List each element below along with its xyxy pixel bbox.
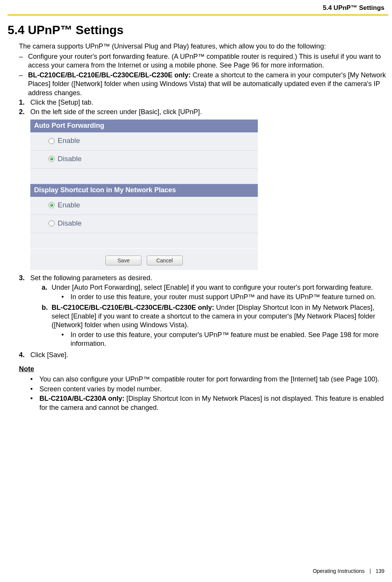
feature-item: – BL-C210CE/BL-C210E/BL-C230CE/BL-C230E … bbox=[19, 71, 388, 97]
step-1: 1. Click the [Setup] tab. bbox=[19, 98, 388, 107]
substep-a-body: Under [Auto Port Forwarding], select [En… bbox=[52, 283, 388, 303]
header-section-label: 5.4 UPnP™ Settings bbox=[8, 4, 388, 12]
step-text: Set the following parameters as desired. bbox=[30, 274, 152, 282]
step-marker: 1. bbox=[19, 98, 30, 107]
footer-page-number: 139 bbox=[376, 568, 384, 574]
note-text: Screen content varies by model number. bbox=[39, 385, 162, 394]
radio-label: Disable bbox=[58, 154, 82, 164]
step-2: 2. On the left side of the screen under … bbox=[19, 108, 388, 116]
display-shortcut-enable-radio[interactable]: Enable bbox=[49, 201, 80, 210]
substep-text: Under [Auto Port Forwarding], select [En… bbox=[52, 284, 373, 291]
panel-header-auto-port-forwarding: Auto Port Forwarding bbox=[30, 119, 258, 132]
substep-b: b. BL-C210CE/BL-C210E/BL-C230CE/BL-C230E… bbox=[42, 303, 388, 349]
dash-marker: – bbox=[19, 71, 28, 80]
step-marker: 4. bbox=[19, 351, 30, 359]
upnp-settings-panel: Auto Port Forwarding Enable Disable Disp bbox=[30, 119, 258, 270]
cancel-button[interactable]: Cancel bbox=[147, 256, 183, 265]
feature-item-text: BL-C210CE/BL-C210E/BL-C230CE/BL-C230E on… bbox=[28, 71, 388, 97]
substep-bold: BL-C210CE/BL-C210E/BL-C230CE/BL-C230E on… bbox=[52, 304, 214, 311]
note-item: • BL-C210A/BL-C230A only: [Display Short… bbox=[30, 394, 388, 412]
sub-bullet-list: • In order to use this feature, your rou… bbox=[61, 293, 388, 301]
footer-separator bbox=[370, 569, 370, 574]
step-3-body: Set the following parameters as desired.… bbox=[30, 274, 388, 350]
display-shortcut-disable-radio[interactable]: Disable bbox=[49, 219, 82, 228]
substep-text: BL-C210CE/BL-C210E/BL-C230CE/BL-C230E on… bbox=[52, 304, 375, 329]
page-footer: Operating Instructions 139 bbox=[313, 568, 384, 574]
auto-port-forwarding-enable-radio[interactable]: Enable bbox=[49, 136, 80, 146]
bullet-marker: • bbox=[61, 331, 71, 339]
note-item: • Screen content varies by model number. bbox=[30, 385, 388, 394]
page-heading: 5.4 UPnP™ Settings bbox=[8, 22, 388, 38]
substep-marker: a. bbox=[42, 283, 52, 292]
header-rule bbox=[8, 14, 388, 16]
steps-list: 1. Click the [Setup] tab. 2. On the left… bbox=[19, 98, 388, 117]
save-button[interactable]: Save bbox=[105, 256, 141, 265]
dash-marker: – bbox=[19, 52, 28, 61]
radio-label: Disable bbox=[58, 219, 82, 228]
radio-label: Enable bbox=[58, 136, 80, 146]
panel-body-2: Enable Disable bbox=[30, 197, 258, 248]
step-text: Click the [Setup] tab. bbox=[30, 98, 93, 107]
note-text: You can also configure your UPnP™ compat… bbox=[39, 375, 379, 384]
panel-spacer bbox=[30, 169, 258, 184]
step-4: 4. Click [Save]. bbox=[19, 351, 388, 359]
display-shortcut-enable-row: Enable bbox=[30, 197, 258, 215]
feature-dash-list: – Configure your router's port forwardin… bbox=[19, 52, 388, 97]
footer-doc-title: Operating Instructions bbox=[313, 568, 365, 574]
step-3: 3. Set the following parameters as desir… bbox=[19, 274, 388, 350]
sub-bullet-list: • In order to use this feature, your com… bbox=[61, 331, 388, 348]
radio-icon bbox=[49, 138, 55, 144]
auto-port-forwarding-disable-row: Disable bbox=[30, 151, 258, 169]
bullet-marker: • bbox=[30, 375, 39, 384]
feature-item-bold: BL-C210CE/BL-C210E/BL-C230CE/BL-C230E on… bbox=[28, 71, 191, 79]
sub-bullet-text: In order to use this feature, your compu… bbox=[71, 331, 388, 348]
substep-b-body: BL-C210CE/BL-C210E/BL-C230CE/BL-C230E on… bbox=[52, 303, 388, 349]
panel-body-1: Enable Disable bbox=[30, 132, 258, 184]
note-heading: Note bbox=[19, 365, 388, 373]
intro-paragraph: The camera supports UPnP™ (Universal Plu… bbox=[19, 42, 388, 51]
step-text: On the left side of the screen under [Ba… bbox=[30, 108, 202, 116]
radio-icon bbox=[49, 220, 55, 226]
substeps-list: a. Under [Auto Port Forwarding], select … bbox=[42, 283, 388, 349]
auto-port-forwarding-enable-row: Enable bbox=[30, 132, 258, 151]
radio-icon bbox=[49, 202, 55, 208]
display-shortcut-disable-row: Disable bbox=[30, 215, 258, 233]
feature-item: – Configure your router's port forwardin… bbox=[19, 52, 388, 70]
step-marker: 3. bbox=[19, 274, 30, 282]
sub-bullet-item: • In order to use this feature, your rou… bbox=[61, 293, 388, 301]
radio-label: Enable bbox=[58, 201, 80, 210]
steps-list-continued: 3. Set the following parameters as desir… bbox=[19, 274, 388, 360]
panel-footer: Save Cancel bbox=[30, 248, 258, 270]
substep-a: a. Under [Auto Port Forwarding], select … bbox=[42, 283, 388, 303]
panel-spacer bbox=[30, 233, 258, 248]
note-item-bold: BL-C210A/BL-C230A only: bbox=[39, 395, 124, 402]
sub-bullet-item: • In order to use this feature, your com… bbox=[61, 331, 388, 348]
sub-bullet-text: In order to use this feature, your route… bbox=[71, 293, 376, 301]
note-list: • You can also configure your UPnP™ comp… bbox=[30, 375, 388, 412]
bullet-marker: • bbox=[30, 385, 39, 394]
feature-item-text: Configure your router's port forwarding … bbox=[28, 52, 388, 70]
substep-marker: b. bbox=[42, 303, 52, 312]
note-item: • You can also configure your UPnP™ comp… bbox=[30, 375, 388, 384]
panel-header-display-shortcut: Display Shortcut Icon in My Network Plac… bbox=[30, 184, 258, 197]
bullet-marker: • bbox=[61, 293, 71, 301]
step-marker: 2. bbox=[19, 108, 30, 116]
auto-port-forwarding-disable-radio[interactable]: Disable bbox=[49, 154, 82, 164]
radio-icon bbox=[49, 156, 55, 162]
note-text: BL-C210A/BL-C230A only: [Display Shortcu… bbox=[39, 394, 388, 412]
bullet-marker: • bbox=[30, 394, 39, 403]
step-text: Click [Save]. bbox=[30, 351, 68, 359]
